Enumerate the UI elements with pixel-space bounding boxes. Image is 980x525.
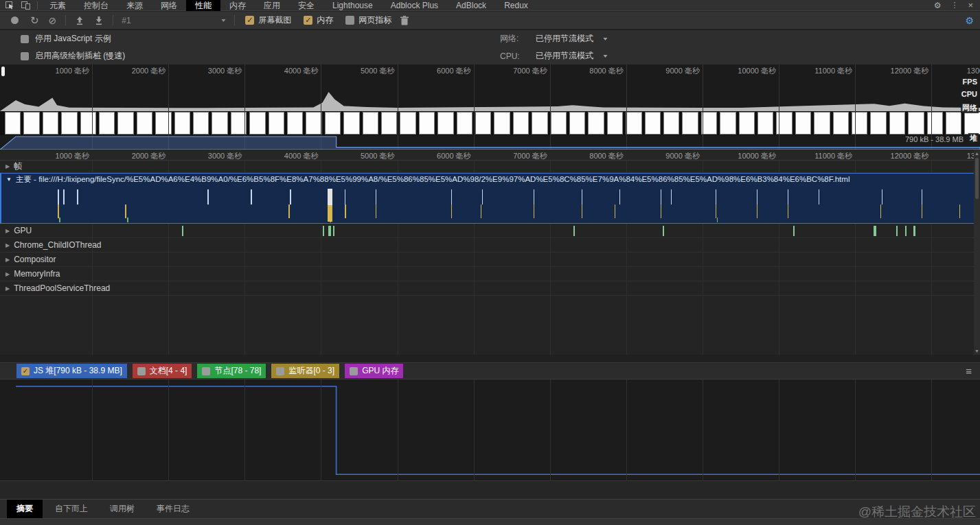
screenshot-frame[interactable] [964,112,980,135]
more-options-kebab-icon[interactable]: ⋮ [950,1,958,10]
cpu-throttle-select[interactable]: CPU: 已停用节流模式 ▼ [500,50,608,62]
screenshot-frame[interactable] [269,112,284,135]
track-row[interactable]: ▶ThreadPoolServiceThread [0,281,980,296]
close-devtools-icon[interactable]: × [968,0,973,10]
screenshot-frame[interactable] [513,112,529,135]
counter-badge[interactable]: ✓JS 堆[790 kB - 38.9 MB] [16,364,127,378]
track-row[interactable]: ▶帧 [0,161,980,173]
screenshot-frame[interactable] [852,112,867,135]
screenshot-frame[interactable] [117,112,133,135]
checkbox-unchecked[interactable] [276,367,284,375]
panel-tab[interactable]: 应用 [255,0,289,11]
save-profile-button[interactable] [94,16,104,25]
screenshot-frame[interactable] [833,112,849,135]
screenshot-frame[interactable] [343,112,359,135]
screenshot-frame[interactable] [814,112,830,135]
selection-left-handle[interactable] [1,67,5,76]
inspect-element-icon[interactable] [5,1,14,10]
advanced-paint-checkbox[interactable] [21,52,29,60]
tracks-scrollbar[interactable]: ▲ ▼ [974,150,980,355]
expand-triangle-right-icon[interactable]: ▶ [5,242,10,248]
screenshot-frame[interactable] [306,112,321,135]
panel-tab[interactable]: 安全 [289,0,323,11]
screenshot-frame[interactable] [23,112,39,135]
track-row[interactable]: ▶Chrome_ChildIOThread [0,238,980,253]
scroll-down-icon[interactable]: ▼ [974,349,980,353]
screenshot-frame[interactable] [588,112,604,135]
screenshot-filmstrip[interactable] [0,111,980,135]
screenshot-frame[interactable] [249,112,265,135]
screenshot-frame[interactable] [757,112,773,135]
screenshot-frame[interactable] [569,112,585,135]
screenshot-frame[interactable] [325,112,341,135]
checkbox-unchecked[interactable] [202,367,210,375]
panel-tab[interactable]: 网络 [152,0,186,11]
track-row[interactable]: ▶Compositor [0,253,980,267]
details-tab[interactable]: 事件日志 [147,500,199,518]
panel-tab[interactable]: Redux [495,0,537,11]
expand-triangle-right-icon[interactable]: ▶ [5,271,10,277]
memory-chart[interactable] [0,380,980,481]
expand-triangle-right-icon[interactable]: ▶ [5,285,10,292]
counter-badge[interactable]: 监听器[0 - 3] [271,364,339,378]
panel-tab[interactable]: 性能 [186,0,220,11]
screenshot-frame[interactable] [475,112,491,135]
timeline-overview[interactable]: FPS CPU 网络 堆 790 kB - 38.9 MB 1000 毫秒200… [0,65,980,150]
track-row[interactable]: ▶GPU [0,224,980,238]
screenshot-frame[interactable] [400,112,415,135]
expand-triangle-down-icon[interactable]: ▼ [6,176,12,183]
checkbox-unchecked[interactable] [350,367,358,375]
screenshot-frame[interactable] [99,112,115,135]
panel-tab[interactable]: AdBlock [447,0,495,11]
expand-triangle-right-icon[interactable]: ▶ [5,257,10,263]
screenshot-frame[interactable] [381,112,397,135]
screenshot-frame[interactable] [551,112,567,135]
clear-recording-button[interactable]: ⊘ [49,15,57,26]
checkbox-unchecked[interactable] [345,16,354,25]
expand-triangle-right-icon[interactable]: ▶ [5,228,10,234]
screenshot-frame[interactable] [682,112,698,135]
screenshot-frame[interactable] [457,112,472,135]
panel-tab[interactable]: 元素 [41,0,75,11]
expand-triangle-right-icon[interactable]: ▶ [5,163,10,170]
screenshot-frame[interactable] [43,112,58,135]
screenshot-frame[interactable] [645,112,661,135]
checkbox-checked[interactable]: ✓ [21,367,30,375]
panel-tab[interactable]: 来源 [117,0,152,11]
screenshot-frame[interactable] [532,112,547,135]
toolbar-checkbox[interactable]: ✓屏幕截图 [245,14,291,26]
screenshot-frame[interactable] [795,112,811,135]
panel-tab[interactable]: 内存 [220,0,255,11]
main-thread-track[interactable]: ▼主要 - file:///H:/lixipeng/fileSync/%E5%A… [0,173,980,224]
screenshot-frame[interactable] [80,112,96,135]
track-row[interactable]: ▶MemoryInfra [0,267,980,281]
checkbox-unchecked[interactable] [137,367,146,375]
panel-tab[interactable]: 控制台 [75,0,117,11]
screenshot-frame[interactable] [174,112,190,135]
screenshot-frame[interactable] [494,112,510,135]
disable-js-samples-checkbox[interactable] [21,35,29,43]
garbage-collect-icon[interactable] [400,16,409,25]
screenshot-frame[interactable] [946,112,961,135]
screenshot-frame[interactable] [61,112,77,135]
load-profile-button[interactable] [75,16,84,25]
details-tab[interactable]: 摘要 [7,500,43,518]
toolbar-checkbox[interactable]: ✓内存 [304,14,333,26]
screenshot-frame[interactable] [720,112,736,135]
scroll-up-icon[interactable]: ▲ [974,151,980,156]
counter-badge[interactable]: 节点[78 - 78] [197,364,266,378]
screenshot-frame[interactable] [287,112,303,135]
screenshot-frame[interactable] [212,112,227,135]
screenshot-frame[interactable] [663,112,679,135]
screenshot-frame[interactable] [739,112,755,135]
toolbar-checkbox[interactable]: 网页指标 [345,14,391,26]
checkbox-checked[interactable]: ✓ [304,16,312,25]
screenshot-frame[interactable] [908,112,924,135]
capture-settings-gear-icon[interactable]: ⚙ [965,15,980,26]
screenshot-frame[interactable] [701,112,717,135]
screenshot-frame[interactable] [193,112,209,135]
panel-tab[interactable]: Adblock Plus [382,0,447,11]
screenshot-frame[interactable] [419,112,435,135]
details-tab[interactable]: 自下而上 [45,500,98,518]
device-toolbar-icon[interactable] [21,1,30,10]
